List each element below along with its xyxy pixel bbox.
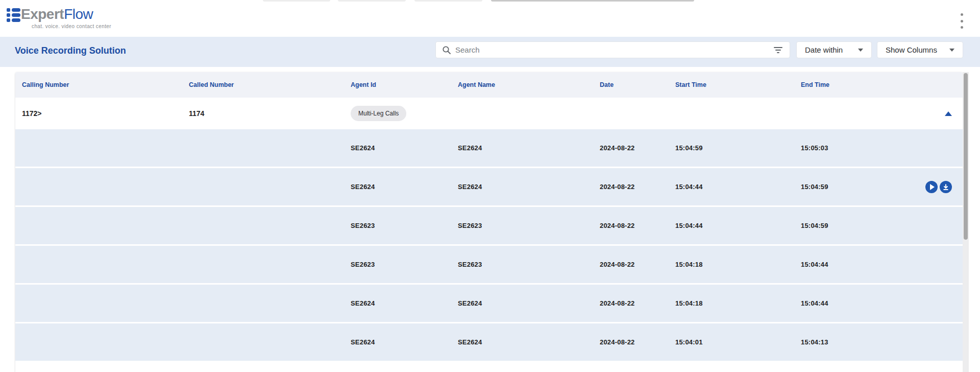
row-actions bbox=[925, 181, 952, 193]
table-row: SE2624 SE2624 2024-08-22 15:04:01 15:04:… bbox=[15, 323, 963, 361]
column-header-end-time: End Time bbox=[801, 81, 963, 88]
cell-agent-id: SE2623 bbox=[351, 222, 458, 229]
cell-date: 2024-08-22 bbox=[600, 222, 675, 229]
page-header: Voice Recording Solution Date within Sho… bbox=[0, 37, 980, 67]
search-box bbox=[435, 41, 790, 58]
cell-date: 2024-08-22 bbox=[600, 144, 675, 152]
cell-date: 2024-08-22 bbox=[600, 299, 675, 307]
cell-end-time: 15:05:03 bbox=[801, 144, 963, 152]
column-header-agent-name: Agent Name bbox=[458, 81, 600, 88]
group-calling-number: 1172> bbox=[22, 109, 189, 118]
brand-tagline: chat. voice. video contact center bbox=[32, 24, 111, 29]
cell-agent-name: SE2623 bbox=[458, 261, 600, 268]
play-icon bbox=[930, 184, 935, 190]
multi-leg-calls-badge: Multi-Leg Calls bbox=[351, 106, 406, 121]
cell-agent-name: SE2623 bbox=[458, 222, 600, 229]
column-header-calling-number: Calling Number bbox=[22, 81, 189, 88]
scrollbar-thumb[interactable] bbox=[964, 73, 968, 240]
browser-tab-remnant bbox=[414, 0, 482, 2]
browser-tab-remnant bbox=[263, 0, 330, 2]
browser-tab-remnant bbox=[491, 0, 694, 2]
cell-end-time: 15:04:59 bbox=[801, 222, 963, 229]
cell-agent-name: SE2624 bbox=[458, 338, 600, 346]
cell-start-time: 15:04:18 bbox=[675, 261, 801, 268]
table-row: SE2623 SE2623 2024-08-22 15:04:44 15:04:… bbox=[15, 207, 963, 244]
column-header-start-time: Start Time bbox=[675, 81, 801, 88]
date-within-label: Date within bbox=[805, 45, 843, 54]
table-row: SE2624 SE2624 2024-08-22 15:04:44 15:04:… bbox=[15, 168, 963, 205]
column-header-agent-id: Agent Id bbox=[351, 81, 458, 88]
caret-down-icon bbox=[858, 49, 863, 52]
table-header-row: Calling Number Called Number Agent Id Ag… bbox=[15, 72, 963, 98]
cell-date: 2024-08-22 bbox=[600, 261, 675, 268]
search-input[interactable] bbox=[455, 45, 773, 54]
date-within-dropdown[interactable]: Date within bbox=[796, 41, 872, 58]
cell-start-time: 15:04:01 bbox=[675, 338, 801, 346]
download-recording-button[interactable] bbox=[940, 181, 952, 193]
column-header-called-number: Called Number bbox=[189, 81, 351, 88]
table-body: SE2624 SE2624 2024-08-22 15:04:59 15:05:… bbox=[15, 129, 963, 361]
cell-date: 2024-08-22 bbox=[600, 338, 675, 346]
cell-end-time: 15:04:13 bbox=[801, 338, 963, 346]
table-row: SE2623 SE2623 2024-08-22 15:04:18 15:04:… bbox=[15, 246, 963, 283]
page-title: Voice Recording Solution bbox=[15, 45, 126, 56]
cell-agent-id: SE2624 bbox=[351, 144, 458, 152]
cell-start-time: 15:04:59 bbox=[675, 144, 801, 152]
cell-agent-id: SE2624 bbox=[351, 338, 458, 346]
cell-agent-id: SE2623 bbox=[351, 261, 458, 268]
expertflow-logo-icon bbox=[7, 8, 20, 24]
play-recording-button[interactable] bbox=[925, 181, 938, 193]
search-icon bbox=[442, 45, 451, 55]
cell-agent-name: SE2624 bbox=[458, 299, 600, 307]
group-called-number: 1174 bbox=[189, 109, 351, 118]
brand-name: ExpertFlow bbox=[21, 6, 93, 22]
triangle-up-icon bbox=[945, 111, 952, 116]
more-options-kebab-icon[interactable] bbox=[958, 13, 966, 29]
vertical-scrollbar bbox=[963, 72, 969, 372]
cell-agent-id: SE2624 bbox=[351, 299, 458, 307]
column-header-date: Date bbox=[600, 81, 675, 88]
download-icon bbox=[942, 183, 949, 191]
table-row: SE2624 SE2624 2024-08-22 15:04:18 15:04:… bbox=[15, 285, 963, 322]
cell-agent-name: SE2624 bbox=[458, 144, 600, 152]
browser-tab-remnant bbox=[338, 0, 406, 2]
call-group-row[interactable]: 1172> 1174 Multi-Leg Calls bbox=[15, 98, 963, 129]
cell-start-time: 15:04:18 bbox=[675, 299, 801, 307]
cell-start-time: 15:04:44 bbox=[675, 222, 801, 229]
caret-down-icon bbox=[949, 49, 954, 52]
table-row: SE2624 SE2624 2024-08-22 15:04:59 15:05:… bbox=[15, 129, 963, 167]
cell-end-time: 15:04:44 bbox=[801, 261, 963, 268]
recordings-table: Calling Number Called Number Agent Id Ag… bbox=[15, 72, 963, 372]
show-columns-dropdown[interactable]: Show Columns bbox=[877, 41, 963, 58]
cell-agent-id: SE2624 bbox=[351, 183, 458, 191]
filter-icon[interactable] bbox=[773, 45, 783, 55]
cell-date: 2024-08-22 bbox=[600, 183, 675, 191]
cell-start-time: 15:04:44 bbox=[675, 183, 801, 191]
cell-agent-name: SE2624 bbox=[458, 183, 600, 191]
collapse-group-button[interactable] bbox=[944, 109, 952, 118]
cell-end-time: 15:04:44 bbox=[801, 299, 963, 307]
show-columns-label: Show Columns bbox=[886, 45, 937, 54]
